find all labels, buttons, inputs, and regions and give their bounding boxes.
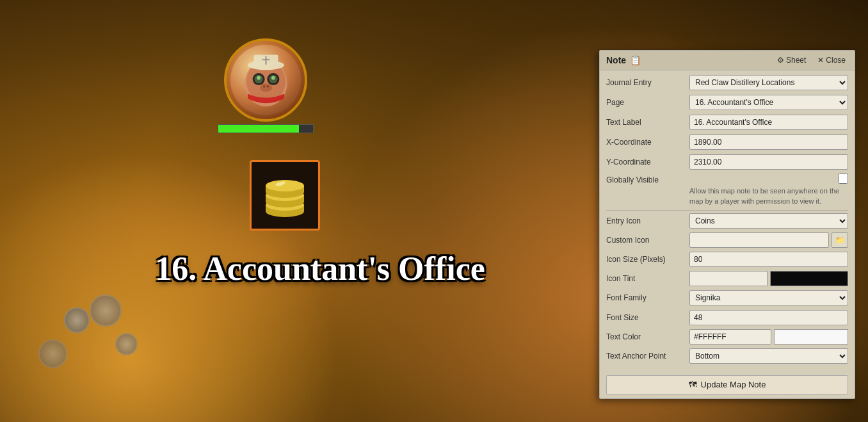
creature-token[interactable] [224, 38, 307, 122]
globally-visible-content: Allow this map note to be seen anywhere … [689, 174, 848, 207]
y-coord-row: Y-Coordinate [606, 154, 848, 170]
svg-point-8 [257, 76, 261, 79]
text-label-label: Text Label [606, 118, 689, 127]
text-label-input[interactable] [689, 115, 848, 130]
close-icon: ✕ [817, 56, 824, 65]
y-coord-label: Y-Coordinate [606, 158, 689, 166]
journal-entry-label: Journal Entry [606, 78, 689, 87]
text-anchor-select[interactable]: Bottom [689, 348, 848, 364]
journal-entry-row: Journal Entry Red Claw Distillery Locati… [606, 74, 848, 91]
text-color-label: Text Color [606, 332, 689, 341]
deco-token-4 [90, 295, 122, 327]
svg-point-23 [266, 180, 304, 191]
x-coord-row: X-Coordinate [606, 134, 848, 150]
close-label: Close [826, 56, 846, 65]
deco-token-3 [38, 339, 67, 368]
svg-point-9 [271, 76, 275, 79]
text-color-inputs [689, 329, 848, 345]
update-map-note-button[interactable]: 🗺 Update Map Note [606, 375, 848, 394]
sheet-button[interactable]: ⚙ Sheet [775, 54, 808, 66]
icon-size-row: Icon Size (Pixels) [606, 251, 848, 268]
svg-point-10 [260, 83, 272, 92]
map-label: 16. Accountant's Office [64, 250, 576, 288]
journal-entry-select[interactable]: Red Claw Distillery Locations [689, 75, 848, 90]
sheet-label: Sheet [786, 56, 806, 65]
text-color-hex-input[interactable] [689, 329, 771, 345]
panel-title: Note [606, 55, 626, 65]
note-icon: 📋 [630, 55, 641, 65]
text-color-preview[interactable] [774, 329, 848, 345]
globally-visible-label: Globally Visible [606, 174, 689, 184]
tint-inputs [689, 271, 848, 286]
creature-token-container[interactable] [218, 38, 314, 133]
update-btn-label: Update Map Note [701, 380, 766, 389]
svg-point-12 [266, 85, 269, 88]
y-coord-input[interactable] [689, 154, 848, 170]
custom-icon-row: Custom Icon 📁 [606, 232, 848, 248]
font-family-row: Font Family Signika [606, 289, 848, 306]
browse-icon: 📁 [835, 236, 845, 245]
font-size-row: Font Size [606, 309, 848, 326]
icon-size-label: Icon Size (Pixels) [606, 255, 689, 264]
note-panel: Note 📋 ⚙ Sheet ✕ Close Journal Entry Red… [599, 50, 855, 399]
health-bar [218, 124, 314, 133]
close-button[interactable]: ✕ Close [815, 54, 848, 66]
divider-1 [606, 210, 848, 211]
checkbox-area [689, 174, 848, 184]
panel-actions: ⚙ Sheet ✕ Close [775, 54, 848, 66]
x-coord-input[interactable] [689, 134, 848, 150]
coin-token[interactable] [250, 160, 320, 231]
coin-token-container[interactable] [250, 160, 320, 231]
icon-tint-label: Icon Tint [606, 274, 689, 283]
globally-visible-row: Globally Visible Allow this map note to … [606, 174, 848, 207]
text-color-row: Text Color [606, 329, 848, 345]
text-label-row: Text Label [606, 114, 848, 131]
globally-visible-checkbox[interactable] [838, 174, 848, 184]
globally-visible-desc: Allow this map note to be seen anywhere … [689, 187, 839, 205]
font-family-select[interactable]: Signika [689, 290, 848, 305]
font-size-input[interactable] [689, 310, 848, 325]
tint-light-box[interactable] [689, 271, 768, 286]
token-inner [230, 45, 301, 115]
font-family-label: Font Family [606, 293, 689, 302]
update-icon: 🗺 [689, 380, 697, 389]
icon-tint-row: Icon Tint [606, 271, 848, 286]
entry-icon-label: Entry Icon [606, 216, 689, 225]
x-coord-label: X-Coordinate [606, 138, 689, 147]
custom-icon-field[interactable] [689, 232, 829, 248]
page-label: Page [606, 98, 689, 107]
text-anchor-row: Text Anchor Point Bottom [606, 348, 848, 364]
creature-svg [236, 50, 296, 111]
font-size-label: Font Size [606, 313, 689, 322]
deco-token-1 [64, 307, 90, 333]
text-anchor-label: Text Anchor Point [606, 352, 689, 361]
form-body: Journal Entry Red Claw Distillery Locati… [600, 70, 855, 371]
coins-svg [259, 170, 310, 221]
tint-dark-box[interactable] [770, 271, 848, 286]
health-bar-fill [218, 125, 299, 133]
page-row: Page 16. Accountant's Office [606, 94, 848, 111]
deco-token-2 [115, 333, 138, 355]
svg-point-11 [262, 85, 265, 88]
entry-icon-select[interactable]: Coins [689, 213, 848, 229]
custom-icon-label: Custom Icon [606, 236, 689, 245]
entry-icon-row: Entry Icon Coins [606, 213, 848, 229]
panel-header: Note 📋 ⚙ Sheet ✕ Close [600, 51, 855, 70]
panel-title-area: Note 📋 [606, 55, 641, 65]
custom-icon-input-area: 📁 [689, 232, 848, 248]
page-select[interactable]: 16. Accountant's Office [689, 95, 848, 110]
gear-icon: ⚙ [777, 56, 784, 65]
custom-icon-browse-button[interactable]: 📁 [832, 232, 848, 248]
icon-size-input[interactable] [689, 252, 848, 267]
